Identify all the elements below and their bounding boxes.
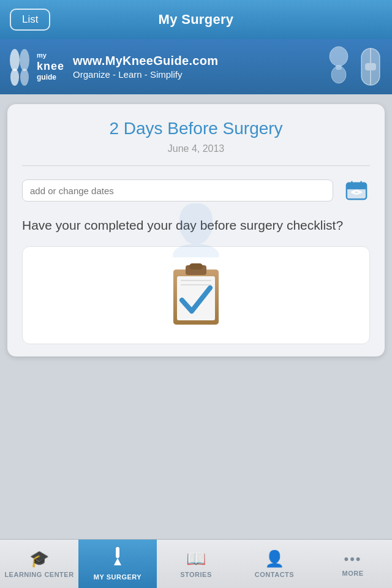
tab-more[interactable]: ••• MORE <box>314 540 392 588</box>
svg-point-1 <box>10 69 19 86</box>
card-divider <box>22 165 370 166</box>
learning-center-label: LEARNING CENTER <box>4 571 74 578</box>
svg-point-4 <box>330 47 348 66</box>
more-icon: ••• <box>344 551 361 567</box>
date-input[interactable] <box>22 179 333 202</box>
tab-my-surgery[interactable]: MY SURGERY <box>78 540 157 588</box>
tab-stories[interactable]: 📖 STORIES <box>157 540 235 588</box>
clipboard-svg <box>168 260 224 331</box>
my-surgery-label: MY SURGERY <box>94 573 141 581</box>
list-button[interactable]: List <box>10 9 50 31</box>
svg-marker-27 <box>114 558 121 565</box>
banner-logo: my knee guide <box>7 47 64 87</box>
contacts-icon: 👤 <box>265 549 284 568</box>
banner: my knee guide www.MyKneeGuide.com Organi… <box>0 39 392 94</box>
svg-rect-28 <box>116 556 119 558</box>
header: List My Surgery <box>0 0 392 39</box>
tab-bar: 🎓 LEARNING CENTER MY SURGERY 📖 STORIES 👤… <box>0 539 392 588</box>
banner-tagline: Organize - Learn - Simplify <box>73 69 218 80</box>
svg-rect-22 <box>189 263 203 270</box>
svg-rect-14 <box>347 186 366 189</box>
stories-icon: 📖 <box>186 549 206 568</box>
svg-rect-8 <box>365 63 376 70</box>
calendar-icon-button[interactable] <box>343 177 370 204</box>
banner-logo-icon <box>7 47 33 87</box>
card-date: June 4, 2013 <box>22 143 370 154</box>
card-input-row <box>22 177 370 204</box>
card-title: 2 Days Before Surgery <box>22 119 370 138</box>
more-label: MORE <box>342 570 364 577</box>
my-surgery-icon <box>109 547 126 571</box>
stories-label: STORIES <box>180 571 212 578</box>
tab-learning-center[interactable]: 🎓 LEARNING CENTER <box>0 540 78 588</box>
logo-my: my <box>37 51 47 59</box>
banner-knee-images <box>323 45 385 88</box>
logo-guide: guide <box>37 73 56 81</box>
header-title: My Surgery <box>159 12 234 28</box>
card: 👤 2 Days Before Surgery June 4, 2013 <box>7 104 385 356</box>
learning-center-icon: 🎓 <box>29 549 49 568</box>
contacts-label: CONTACTS <box>255 571 294 578</box>
svg-rect-6 <box>336 65 342 70</box>
svg-point-3 <box>20 69 29 86</box>
tab-contacts[interactable]: 👤 CONTACTS <box>235 540 314 588</box>
main-content: 👤 2 Days Before Surgery June 4, 2013 <box>0 94 392 539</box>
svg-point-0 <box>10 49 20 71</box>
card-question: Have your completed your day before surg… <box>22 216 370 234</box>
logo-knee: knee <box>37 60 64 74</box>
banner-info: www.MyKneeGuide.com Organize - Learn - S… <box>73 54 218 80</box>
checklist-image-container[interactable] <box>22 246 370 344</box>
svg-point-2 <box>20 49 29 71</box>
banner-url: www.MyKneeGuide.com <box>73 54 218 68</box>
